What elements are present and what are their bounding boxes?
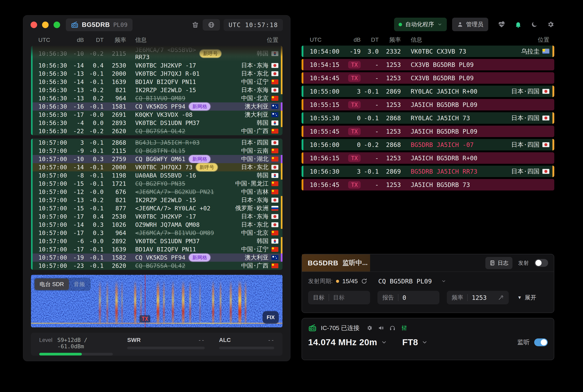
tx-freq-input[interactable]: 1253	[472, 294, 494, 301]
decode-row[interactable]: 10:57:00-12-0.0676<JE6MCA/7> BG2KUD PN21…	[31, 188, 282, 196]
qso-row[interactable]: 10:54:45TX-1253CX3VB BG5DRB PL09	[302, 72, 554, 84]
location-text: 日本·四国	[241, 138, 269, 147]
waterfall-tab-radio-sdr[interactable]: 电台 SDR	[35, 278, 69, 290]
cell-message: CQ BG8TFN OL15	[126, 147, 241, 154]
waterfall-tab-audio[interactable]: 音频	[69, 278, 90, 290]
speaker-icon[interactable]	[378, 325, 384, 331]
auto-freq-wand-icon[interactable]	[498, 295, 504, 300]
decode-row[interactable]: 10:57:00-14-0.12000VK0TBC JH7QXJ 73新呼号日本…	[31, 163, 282, 171]
decode-row[interactable]: 10:56:30-22-0.22620CQ BG7SSA OL42中国·广西	[31, 127, 282, 135]
report-field[interactable]: 报告 0	[377, 291, 439, 304]
target-field[interactable]: 目标 目标	[308, 291, 370, 304]
monitor-toggle[interactable]	[534, 338, 548, 346]
waterfall-display[interactable]: TX 电台 SDR音频 FIX	[31, 275, 282, 327]
report-input[interactable]: 0	[403, 294, 435, 301]
rig-settings-gear-icon[interactable]	[366, 325, 373, 331]
automation-status-dot	[399, 23, 402, 26]
cell-location: 日本·四国	[511, 114, 549, 122]
headphones-icon[interactable]	[389, 325, 396, 331]
signal-trace	[99, 280, 101, 325]
message-text: VK0TBC JH7QXJ 73	[135, 164, 192, 171]
decode-row[interactable]: 10:56:30-13-0.12000VK0TBC JH7QXJ R-01日本·…	[31, 70, 282, 78]
cell-message: VK0TBC JH2KVP -17	[126, 213, 241, 220]
au-flag-icon	[271, 255, 278, 260]
decode-row[interactable]: 10:56:30-14-0.11639BD1AV BI2QFV PN11中国·辽…	[31, 78, 282, 86]
expand-button[interactable]: ▼ 展开	[517, 294, 536, 302]
decode-row[interactable]: 10:57:00-15-0.1877<JE6MCA/7> RY0LAC +02俄…	[31, 204, 282, 212]
cycle-refresh-icon[interactable]	[361, 278, 367, 284]
decode-row[interactable]: 10:56:30-130.2964CQ BI1VUO OM89中国·北京	[31, 94, 282, 102]
row-marker	[281, 254, 282, 262]
target-input[interactable]: 目标	[333, 294, 365, 302]
cq-message-select[interactable]: CQ BG5DRB PL09	[378, 278, 432, 285]
cn-flag-icon	[271, 80, 278, 84]
col-msg: 信息	[401, 36, 538, 44]
decode-row[interactable]: 10:56:30-140.42530VK0TBC JH2KVP -17日本·东海	[31, 61, 282, 70]
chevron-down-icon[interactable]	[441, 279, 446, 284]
decode-row[interactable]: 10:56:30-17-0.02691K0QKY VK3VDX -08澳大利亚	[31, 110, 282, 119]
qso-row[interactable]: 10:54:00-193.02332VK0TBC CX3VB 73乌拉圭	[302, 46, 554, 57]
decode-row[interactable]: 10:57:00-170.42530VK0TBC JH2KVP -17日本·东海	[31, 212, 282, 221]
qso-row[interactable]: 10:55:15TX-1253JA5ICH BG5DRB PL09	[302, 99, 554, 110]
tx-enable-toggle[interactable]	[535, 259, 548, 267]
equalizer-sliders-icon[interactable]	[401, 325, 407, 331]
fix-button[interactable]: FIX	[263, 311, 279, 324]
log-button[interactable]: 日志	[485, 257, 513, 269]
settings-gear-icon[interactable]	[547, 21, 554, 28]
globe-button[interactable]	[203, 19, 220, 30]
decode-row[interactable]: 10:57:00-15-0.11721CQ BG2FYO PN35中国·黑龙江	[31, 180, 282, 188]
location-text: 日本·四国	[511, 140, 540, 149]
cell-message: K0QKY VK3VDX -08	[126, 111, 245, 118]
qso-row[interactable]: 10:54:15TX-1253CX3VB BG5DRB PL09	[302, 59, 554, 70]
qso-row[interactable]: 10:56:000-0.22868BG5DRB JA5ICH -07日本·四国	[302, 139, 554, 150]
qso-row[interactable]: 10:55:45TX-1253JA5ICH BG5DRB PL09	[302, 126, 554, 137]
qso-row[interactable]: 10:55:300-0.12868RY0LAC JA5ICH 73日本·四国	[302, 112, 554, 124]
close-window-button[interactable]	[30, 22, 37, 28]
decode-row[interactable]: 10:57:00-170.3964<JE6MCA/7> BI1VUO OM89中…	[31, 229, 282, 237]
decode-row[interactable]: 10:57:00-13-0.2821IK2RZP JE2WLD -15日本·东海	[31, 196, 282, 204]
admin-user-button[interactable]: 管理员	[452, 18, 488, 31]
decode-row[interactable]: 10:57:00-8-0.11198UA0ABA DS5BVD -16韩国	[31, 171, 282, 180]
band-frequency-select[interactable]: 14.074 MHz 20m	[308, 337, 377, 347]
cell-location: 日本·四国	[241, 138, 278, 147]
chevron-down-icon[interactable]	[422, 339, 428, 346]
mode-select[interactable]: FT8	[402, 337, 418, 347]
decode-row[interactable]: 10:57:00-23-0.12620CQ BG7SSA OL42中国·广西	[31, 262, 282, 270]
cell-freq: 1721	[104, 180, 126, 187]
decode-row[interactable]: 10:56:30-13-0.2821IK2RZP JE2WLD -15日本·东海	[31, 86, 282, 94]
chevron-down-icon[interactable]	[381, 339, 387, 346]
dark-mode-moon-icon[interactable]	[531, 21, 538, 28]
cell-location: 中国·辽宁	[241, 245, 278, 254]
health-status-icon[interactable]	[498, 20, 506, 28]
cell-db: -19	[71, 254, 84, 261]
tx-freq-field[interactable]: 频率 1253	[447, 291, 509, 304]
qso-row[interactable]: 10:56:303-0.12869BG5DRB JA5ICH RR73日本·四国	[302, 166, 554, 177]
decode-row[interactable]: 10:57:00-6-0.02892VK0TBC DS1UDN PM37韩国	[31, 237, 282, 245]
decode-row[interactable]: 10:56:30-10-0.22115JE6MCA/7 <DS5BVD>RR73…	[31, 46, 282, 61]
cell-dt: -0.1	[84, 139, 104, 146]
qso-row[interactable]: 10:56:15TX-1253JA5ICH BG5DRB R+00	[302, 152, 554, 164]
qso-row[interactable]: 10:56:45TX-1253JA5ICH BG5DRB 73	[302, 179, 554, 190]
clear-list-button[interactable]	[192, 21, 199, 28]
minimize-window-button[interactable]	[42, 22, 49, 28]
decode-row[interactable]: 10:57:00-19-0.11582CQ VK5KDS PF94新网格澳大利亚	[31, 254, 282, 262]
cell-message: CQ VK5KDS PF94新网格	[126, 102, 245, 110]
zoom-window-button[interactable]	[53, 22, 60, 28]
notifications-bell-icon[interactable]	[515, 21, 522, 28]
decode-row[interactable]: 10:57:00-17-0.11639BD1AV BI2QFV PN11中国·辽…	[31, 245, 282, 254]
decode-row[interactable]: 10:56:30-16-0.11581CQ VK5KDS PF94新网格澳大利亚	[31, 102, 282, 110]
decode-row[interactable]: 10:57:003-0.12868BG4JLJ JA5ICH R+03日本·四国	[31, 138, 282, 147]
decode-row[interactable]: 10:57:00-9-0.12115CQ BG8TFN OL15中国·云南	[31, 147, 282, 155]
qso-row[interactable]: 10:55:003-0.12869RY0LAC JA5ICH R+00日本·四国	[302, 86, 554, 97]
cell-location: 中国·云南	[241, 147, 278, 155]
decode-row[interactable]: 10:57:00-140.31026OZ9WRH JQ7AMA QM08日本·东…	[31, 221, 282, 229]
automation-dropdown[interactable]: 自动化程序	[394, 18, 447, 31]
cell-location: 日本·四国	[511, 140, 549, 149]
qso-table-header: UTC dB DT 频率 信息 位置	[302, 35, 554, 45]
cn-flag-icon	[271, 148, 278, 153]
new-call-badge: 新呼号	[196, 163, 217, 171]
decode-row[interactable]: 10:57:00-100.32759CQ BG6WFY OM61新网格中国·湖北	[31, 155, 282, 163]
decode-row[interactable]: 10:56:30-40.02893VK0TBC DS1UDN PM37韩国	[31, 119, 282, 127]
col-utc: UTC	[38, 37, 71, 43]
cell-freq: 964	[104, 230, 126, 236]
